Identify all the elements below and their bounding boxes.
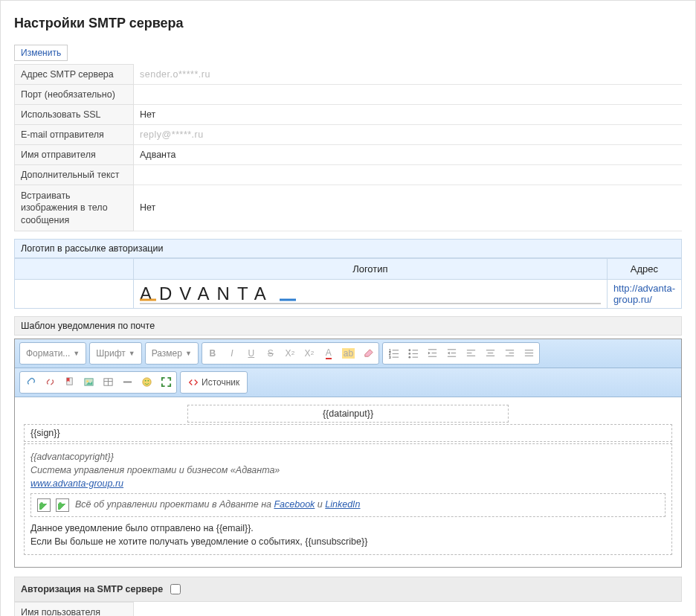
source-button[interactable]: Источник <box>182 373 245 391</box>
editor-toolbar-row1: Формати...▼ Шрифт▼ Размер▼ B I U S X2 X2… <box>15 339 681 368</box>
logo-address-link[interactable]: http://advanta-group.ru/ <box>613 283 675 305</box>
svg-marker-22 <box>448 352 450 355</box>
advanta-logo-svg: ADVANTA <box>140 283 601 304</box>
logo-table-col-logo: Логотип <box>133 258 607 279</box>
prop-embed-value: Нет <box>134 185 683 231</box>
editor-content-area[interactable]: {{datainput}} {{sign}} {{advantacopyrigh… <box>15 397 681 567</box>
svg-point-46 <box>142 378 150 386</box>
editor-datainput-box: {{datainput}} <box>187 405 509 423</box>
editor-sign-box: {{sign}} <box>24 424 672 442</box>
facebook-image-placeholder <box>37 498 51 512</box>
svg-text:ADVANTA: ADVANTA <box>140 283 274 304</box>
underline-button[interactable]: U <box>242 344 260 362</box>
section-template-header: Шаблон уведомления по почте <box>14 316 682 336</box>
prop-embed-label: Встраивать изображения в тело сообщения <box>15 185 134 231</box>
anchor-button[interactable] <box>60 373 78 391</box>
auth-enable-checkbox[interactable] <box>170 584 181 594</box>
align-justify-button[interactable] <box>520 344 538 362</box>
prop-sender-name-label: Имя отправителя <box>15 145 134 165</box>
list-bullet-button[interactable] <box>404 344 422 362</box>
svg-point-11 <box>408 350 410 352</box>
logo-table-col-address: Адрес <box>607 258 681 279</box>
editor-social-and: и <box>315 499 325 510</box>
svg-marker-4 <box>365 350 373 356</box>
editor-unsub-line: Если Вы больше не хотите получать уведом… <box>30 536 666 547</box>
page-title: Настройки SMTP сервера <box>14 16 682 31</box>
bold-button[interactable]: B <box>204 344 222 362</box>
username-label: Имя пользователя <box>15 602 134 616</box>
align-left-button[interactable] <box>462 344 480 362</box>
italic-button[interactable]: I <box>223 344 241 362</box>
prop-smtp-address-value: sender.o*****.ru <box>134 65 683 85</box>
prop-extra-text-value <box>134 165 683 185</box>
toolbar-font-select[interactable]: Шрифт▼ <box>91 344 139 362</box>
svg-point-47 <box>144 380 146 382</box>
text-color-button[interactable]: A <box>320 344 338 362</box>
align-right-button[interactable] <box>500 344 518 362</box>
editor-social-block: Всё об управлении проектами в Адванте на… <box>30 493 666 517</box>
prop-sender-email-label: E-mail отправителя <box>15 125 134 145</box>
logo-table-cell-empty <box>15 279 134 308</box>
image-button[interactable] <box>80 373 97 391</box>
rich-text-editor: Формати...▼ Шрифт▼ Размер▼ B I U S X2 X2… <box>14 339 682 568</box>
maximize-button[interactable] <box>157 373 175 391</box>
section-auth-label: Авторизация на SMTP сервере <box>21 584 163 594</box>
editor-sent-line: Данное уведомление было отправлено на {{… <box>30 523 666 533</box>
bg-color-button[interactable]: ab <box>339 344 358 362</box>
hr-button[interactable] <box>118 373 136 391</box>
prop-smtp-address-label: Адрес SMTP сервера <box>15 65 134 85</box>
linkedin-image-placeholder <box>56 498 69 512</box>
toolbar-size-select[interactable]: Размер▼ <box>147 344 196 362</box>
eraser-button[interactable] <box>359 344 377 362</box>
editor-site-link[interactable]: www.advanta-group.ru <box>30 478 123 489</box>
superscript-button[interactable]: X2 <box>300 344 318 362</box>
logo-table-col-empty <box>15 258 134 279</box>
svg-point-40 <box>86 380 88 382</box>
editor-copyright: {{advantacopyright}} <box>30 452 666 462</box>
prop-port-label: Порт (необязательно) <box>15 85 134 105</box>
section-logo-header: Логотип в рассылке авторизации <box>14 239 682 258</box>
align-center-button[interactable] <box>481 344 499 362</box>
table-button[interactable] <box>99 373 117 391</box>
unlink-button[interactable] <box>41 373 59 391</box>
linkedin-link[interactable]: LinkedIn <box>325 499 360 510</box>
edit-button[interactable]: Изменить <box>14 45 68 61</box>
emoji-button[interactable] <box>138 373 155 391</box>
svg-point-15 <box>408 356 410 359</box>
indent-button[interactable] <box>442 344 460 362</box>
username-value <box>134 602 683 616</box>
editor-toolbar-row2: Источник <box>15 368 681 397</box>
svg-marker-18 <box>428 352 431 355</box>
prop-ssl-label: Использовать SSL <box>15 105 134 125</box>
prop-sender-name-value: Адванта <box>134 145 683 165</box>
prop-port-value <box>134 85 683 105</box>
prop-sender-email-value: reply@*****.ru <box>134 125 683 145</box>
facebook-link[interactable]: Facebook <box>274 499 315 510</box>
editor-social-pretext: Всё об управлении проектами в Адванте на <box>75 499 274 510</box>
prop-ssl-value: Нет <box>134 105 683 125</box>
svg-text:3: 3 <box>389 356 391 359</box>
svg-point-13 <box>408 353 410 355</box>
smtp-properties-table: Адрес SMTP сервера sender.o*****.ru Порт… <box>14 64 682 231</box>
strike-button[interactable]: S <box>262 344 280 362</box>
link-button[interactable] <box>22 373 39 391</box>
outdent-button[interactable] <box>423 344 441 362</box>
svg-point-48 <box>147 380 149 382</box>
list-ordered-button[interactable]: 123 <box>384 344 402 362</box>
section-auth-header: Авторизация на SMTP сервере <box>14 577 682 602</box>
subscript-button[interactable]: X2 <box>281 344 299 362</box>
editor-system-line: Система управления проектами и бизнесом … <box>30 465 666 475</box>
toolbar-format-select[interactable]: Формати...▼ <box>22 344 84 362</box>
prop-extra-text-label: Дополнительный текст <box>15 165 134 185</box>
logo-address-cell: http://advanta-group.ru/ <box>607 279 681 308</box>
logo-table: Логотип Адрес ADVANTA http://advanta-gro… <box>14 258 682 309</box>
logo-image-cell: ADVANTA <box>133 279 607 308</box>
